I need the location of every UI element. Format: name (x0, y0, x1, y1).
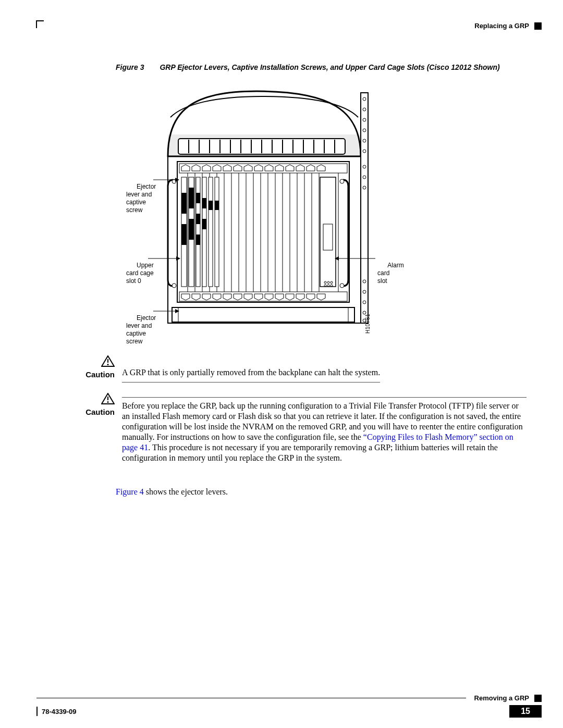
svg-marker-91 (176, 256, 180, 261)
svg-rect-18 (361, 93, 368, 323)
caution-label: Caution (85, 408, 115, 416)
caution-icon (101, 355, 115, 369)
body-text: shows the ejector levers. (144, 487, 228, 496)
svg-rect-66 (202, 177, 206, 287)
svg-rect-58 (181, 193, 187, 214)
svg-marker-89 (175, 178, 179, 182)
svg-point-83 (340, 179, 344, 183)
drawing-id: H10761 (365, 314, 371, 334)
svg-rect-69 (209, 177, 213, 287)
figure-diagram: Ejector lever and captive screw Upper ca… (116, 89, 517, 349)
svg-rect-73 (320, 177, 336, 287)
callout-alarm: Alarm card slot (377, 262, 404, 285)
callout-ejector-top: Ejector lever and captive screw (126, 183, 156, 214)
svg-rect-71 (215, 177, 219, 287)
vbar-icon (36, 707, 38, 716)
figure-title: GRP Ejector Levers, Captive Installation… (160, 63, 499, 72)
svg-marker-95 (335, 256, 339, 261)
doc-number: 78-4339-09 (42, 708, 77, 715)
svg-rect-59 (189, 188, 194, 208)
svg-marker-93 (175, 309, 179, 313)
svg-rect-61 (189, 219, 194, 240)
caution-icon (101, 393, 115, 406)
svg-point-98 (107, 364, 109, 365)
chassis-illustration (163, 89, 382, 336)
svg-rect-85 (172, 307, 354, 322)
svg-point-82 (172, 283, 176, 288)
figure-ref-link[interactable]: Figure 4 (116, 487, 144, 496)
caution-label: Caution (85, 370, 115, 379)
svg-rect-64 (196, 214, 200, 224)
caution-text-after: . This procedure is not necessary if you… (122, 443, 498, 462)
crop-mark (36, 20, 44, 28)
arrow-icon (148, 256, 180, 261)
footer-square-icon (534, 695, 542, 702)
page-number: 15 (509, 705, 542, 718)
figure-label: Figure 3 (116, 63, 144, 72)
header-section: Replacing a GRP (474, 22, 529, 30)
svg-point-101 (107, 401, 109, 403)
caution-text: A GRP that is only partially removed fro… (122, 368, 380, 377)
header-square-icon (534, 22, 542, 30)
svg-point-84 (340, 283, 344, 288)
rule (122, 382, 380, 382)
svg-rect-72 (215, 201, 219, 210)
svg-rect-60 (181, 224, 187, 245)
arrow-icon (153, 177, 179, 182)
arrow-icon (153, 309, 179, 314)
rule (36, 698, 466, 698)
svg-rect-68 (202, 219, 206, 229)
callout-upper-slot: Upper card cage slot 0 (126, 262, 154, 285)
svg-rect-65 (196, 235, 200, 245)
figure-caption: Figure 3 GRP Ejector Levers, Captive Ins… (116, 63, 521, 72)
svg-rect-63 (196, 193, 200, 203)
svg-rect-67 (202, 198, 206, 208)
callout-ejector-bottom: Ejector lever and captive screw (126, 314, 156, 345)
arrow-icon (335, 256, 375, 261)
rule (122, 397, 527, 398)
svg-rect-70 (209, 201, 213, 210)
footer-section: Removing a GRP (474, 694, 529, 702)
